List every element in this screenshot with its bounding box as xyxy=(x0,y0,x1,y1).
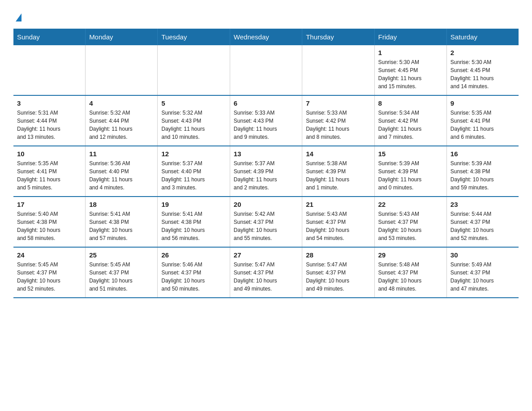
day-number: 3 xyxy=(17,99,82,107)
day-number: 18 xyxy=(89,201,154,208)
calendar-cell: 18Sunrise: 5:41 AM Sunset: 4:38 PM Dayli… xyxy=(86,197,158,247)
calendar-cell: 25Sunrise: 5:45 AM Sunset: 4:37 PM Dayli… xyxy=(86,247,158,298)
day-number: 9 xyxy=(450,99,515,107)
day-number: 19 xyxy=(161,201,226,208)
column-header-thursday: Thursday xyxy=(302,29,374,45)
calendar-cell: 20Sunrise: 5:42 AM Sunset: 4:37 PM Dayli… xyxy=(230,197,302,247)
column-header-sunday: Sunday xyxy=(13,29,86,45)
day-number: 12 xyxy=(161,150,226,158)
calendar-cell: 7Sunrise: 5:33 AM Sunset: 4:42 PM Daylig… xyxy=(302,95,374,146)
day-number: 15 xyxy=(378,150,443,158)
day-number: 17 xyxy=(17,201,82,208)
calendar-cell: 21Sunrise: 5:43 AM Sunset: 4:37 PM Dayli… xyxy=(302,197,374,247)
day-info: Sunrise: 5:39 AM Sunset: 4:38 PM Dayligh… xyxy=(450,159,515,192)
header xyxy=(13,13,519,21)
logo-text xyxy=(13,13,21,22)
day-info: Sunrise: 5:37 AM Sunset: 4:40 PM Dayligh… xyxy=(161,159,226,192)
calendar-cell: 1Sunrise: 5:30 AM Sunset: 4:45 PM Daylig… xyxy=(374,45,446,95)
day-info: Sunrise: 5:47 AM Sunset: 4:37 PM Dayligh… xyxy=(234,261,298,293)
day-info: Sunrise: 5:36 AM Sunset: 4:40 PM Dayligh… xyxy=(89,159,154,192)
calendar-cell: 10Sunrise: 5:35 AM Sunset: 4:41 PM Dayli… xyxy=(13,146,86,197)
day-number: 8 xyxy=(378,99,443,107)
logo-triangle-icon xyxy=(16,13,21,21)
day-number: 7 xyxy=(306,99,370,107)
calendar-cell xyxy=(13,45,86,95)
day-number: 13 xyxy=(234,150,298,158)
day-info: Sunrise: 5:46 AM Sunset: 4:37 PM Dayligh… xyxy=(161,261,226,293)
day-number: 14 xyxy=(306,150,370,158)
day-number: 28 xyxy=(306,251,370,259)
day-info: Sunrise: 5:35 AM Sunset: 4:41 PM Dayligh… xyxy=(17,159,82,192)
calendar-cell: 26Sunrise: 5:46 AM Sunset: 4:37 PM Dayli… xyxy=(158,247,230,298)
calendar-cell: 13Sunrise: 5:37 AM Sunset: 4:39 PM Dayli… xyxy=(230,146,302,197)
day-info: Sunrise: 5:33 AM Sunset: 4:42 PM Dayligh… xyxy=(306,109,370,141)
day-info: Sunrise: 5:39 AM Sunset: 4:39 PM Dayligh… xyxy=(378,159,443,192)
day-info: Sunrise: 5:42 AM Sunset: 4:37 PM Dayligh… xyxy=(234,210,298,242)
day-info: Sunrise: 5:30 AM Sunset: 4:45 PM Dayligh… xyxy=(378,58,443,90)
day-info: Sunrise: 5:35 AM Sunset: 4:41 PM Dayligh… xyxy=(450,109,515,141)
day-info: Sunrise: 5:43 AM Sunset: 4:37 PM Dayligh… xyxy=(378,210,443,242)
calendar-cell: 30Sunrise: 5:49 AM Sunset: 4:37 PM Dayli… xyxy=(446,247,519,298)
column-header-friday: Friday xyxy=(374,29,446,45)
calendar-cell: 19Sunrise: 5:41 AM Sunset: 4:38 PM Dayli… xyxy=(158,197,230,247)
day-number: 29 xyxy=(378,251,443,259)
day-number: 1 xyxy=(378,49,443,56)
calendar-cell xyxy=(230,45,302,95)
column-header-monday: Monday xyxy=(86,29,158,45)
calendar-cell xyxy=(86,45,158,95)
day-info: Sunrise: 5:37 AM Sunset: 4:39 PM Dayligh… xyxy=(234,159,298,192)
calendar-cell: 16Sunrise: 5:39 AM Sunset: 4:38 PM Dayli… xyxy=(446,146,519,197)
day-number: 5 xyxy=(161,99,226,107)
calendar-cell xyxy=(302,45,374,95)
calendar-week-row: 24Sunrise: 5:45 AM Sunset: 4:37 PM Dayli… xyxy=(13,247,519,298)
calendar-cell: 27Sunrise: 5:47 AM Sunset: 4:37 PM Dayli… xyxy=(230,247,302,298)
day-number: 26 xyxy=(161,251,226,259)
calendar-cell: 15Sunrise: 5:39 AM Sunset: 4:39 PM Dayli… xyxy=(374,146,446,197)
calendar-table: SundayMondayTuesdayWednesdayThursdayFrid… xyxy=(13,29,519,298)
calendar-cell: 5Sunrise: 5:32 AM Sunset: 4:43 PM Daylig… xyxy=(158,95,230,146)
day-number: 23 xyxy=(450,201,515,208)
day-info: Sunrise: 5:33 AM Sunset: 4:43 PM Dayligh… xyxy=(234,109,298,141)
day-number: 20 xyxy=(234,201,298,208)
day-info: Sunrise: 5:45 AM Sunset: 4:37 PM Dayligh… xyxy=(17,261,82,293)
calendar-cell: 23Sunrise: 5:44 AM Sunset: 4:37 PM Dayli… xyxy=(446,197,519,247)
day-info: Sunrise: 5:47 AM Sunset: 4:37 PM Dayligh… xyxy=(306,261,370,293)
day-info: Sunrise: 5:45 AM Sunset: 4:37 PM Dayligh… xyxy=(89,261,154,293)
calendar-cell: 11Sunrise: 5:36 AM Sunset: 4:40 PM Dayli… xyxy=(86,146,158,197)
column-header-wednesday: Wednesday xyxy=(230,29,302,45)
calendar-cell: 2Sunrise: 5:30 AM Sunset: 4:45 PM Daylig… xyxy=(446,45,519,95)
day-number: 4 xyxy=(89,99,154,107)
day-number: 22 xyxy=(378,201,443,208)
calendar-cell: 4Sunrise: 5:32 AM Sunset: 4:44 PM Daylig… xyxy=(86,95,158,146)
day-info: Sunrise: 5:34 AM Sunset: 4:42 PM Dayligh… xyxy=(378,109,443,141)
logo xyxy=(13,13,21,21)
day-info: Sunrise: 5:43 AM Sunset: 4:37 PM Dayligh… xyxy=(306,210,370,242)
day-info: Sunrise: 5:30 AM Sunset: 4:45 PM Dayligh… xyxy=(450,58,515,90)
day-number: 27 xyxy=(234,251,298,259)
day-number: 11 xyxy=(89,150,154,158)
calendar-cell xyxy=(158,45,230,95)
day-info: Sunrise: 5:32 AM Sunset: 4:43 PM Dayligh… xyxy=(161,109,226,141)
day-number: 6 xyxy=(234,99,298,107)
day-info: Sunrise: 5:44 AM Sunset: 4:37 PM Dayligh… xyxy=(450,210,515,242)
day-info: Sunrise: 5:41 AM Sunset: 4:38 PM Dayligh… xyxy=(161,210,226,242)
calendar-cell: 6Sunrise: 5:33 AM Sunset: 4:43 PM Daylig… xyxy=(230,95,302,146)
calendar-week-row: 1Sunrise: 5:30 AM Sunset: 4:45 PM Daylig… xyxy=(13,45,519,95)
calendar-cell: 12Sunrise: 5:37 AM Sunset: 4:40 PM Dayli… xyxy=(158,146,230,197)
day-info: Sunrise: 5:31 AM Sunset: 4:44 PM Dayligh… xyxy=(17,109,82,141)
calendar-cell: 28Sunrise: 5:47 AM Sunset: 4:37 PM Dayli… xyxy=(302,247,374,298)
day-info: Sunrise: 5:41 AM Sunset: 4:38 PM Dayligh… xyxy=(89,210,154,242)
column-header-tuesday: Tuesday xyxy=(158,29,230,45)
calendar-cell: 3Sunrise: 5:31 AM Sunset: 4:44 PM Daylig… xyxy=(13,95,86,146)
calendar-week-row: 3Sunrise: 5:31 AM Sunset: 4:44 PM Daylig… xyxy=(13,95,519,146)
day-number: 10 xyxy=(17,150,82,158)
calendar-cell: 24Sunrise: 5:45 AM Sunset: 4:37 PM Dayli… xyxy=(13,247,86,298)
day-info: Sunrise: 5:38 AM Sunset: 4:39 PM Dayligh… xyxy=(306,159,370,192)
calendar-cell: 9Sunrise: 5:35 AM Sunset: 4:41 PM Daylig… xyxy=(446,95,519,146)
day-info: Sunrise: 5:48 AM Sunset: 4:37 PM Dayligh… xyxy=(378,261,443,293)
day-number: 21 xyxy=(306,201,370,208)
day-number: 24 xyxy=(17,251,82,259)
calendar-cell: 14Sunrise: 5:38 AM Sunset: 4:39 PM Dayli… xyxy=(302,146,374,197)
day-number: 2 xyxy=(450,49,515,56)
day-number: 25 xyxy=(89,251,154,259)
